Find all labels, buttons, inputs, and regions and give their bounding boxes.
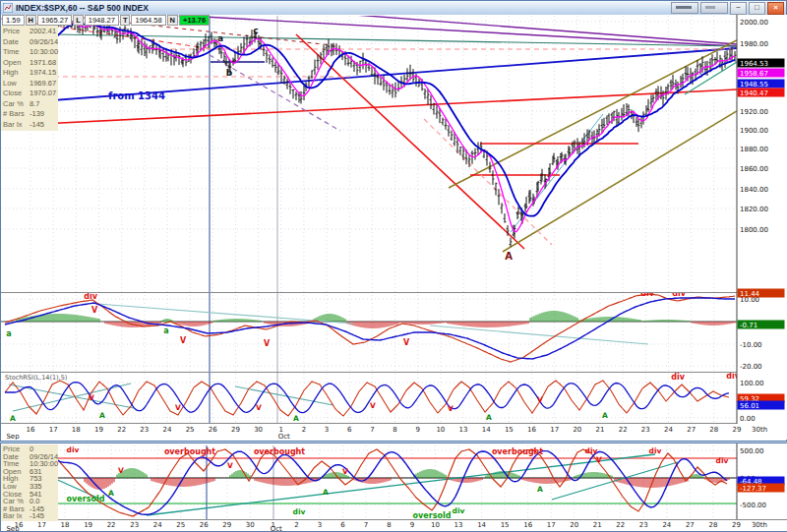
quote-field: H	[26, 15, 36, 26]
breadth-annotation: overbought	[492, 447, 543, 456]
date-label: 10	[431, 521, 440, 529]
date-label: 13	[459, 426, 468, 434]
axis-label: 0.00	[740, 415, 756, 423]
axis-tag-text: 1958.67	[740, 70, 768, 78]
price-annotation: b	[226, 68, 233, 78]
quote-field: 1964.58	[131, 15, 165, 26]
toolbar-button-2[interactable]	[700, 2, 728, 14]
quote-field: 1.59	[2, 15, 25, 26]
breadth-annotation: V	[227, 461, 233, 470]
stoch-annotation: V	[175, 403, 181, 412]
date-label: 30th	[752, 521, 767, 529]
data-panel-label: High	[3, 68, 30, 79]
axis-tag-text: -0.71	[740, 322, 757, 329]
macd-annotation: V	[403, 338, 410, 347]
date-label: 14	[477, 521, 486, 529]
date-label: 23	[641, 426, 650, 434]
breadth-annotation: div	[67, 445, 80, 454]
window-titlebar[interactable]: INDEX:$SPX,60 -- S&P 500 INDEX − □ ×	[1, 1, 786, 16]
date-label: 17	[37, 521, 46, 529]
date-label: 15	[505, 426, 514, 434]
window-icon	[3, 3, 13, 13]
data-panel-label: Time	[3, 47, 30, 58]
data-panel-main: Price2002.41Date09/26/14Time10:30:00Open…	[1, 26, 58, 131]
date-label: 27	[687, 426, 696, 434]
data-panel-label: Bar Ix	[3, 512, 30, 520]
data-panel-label: Low	[3, 79, 30, 89]
axis-tag-text: 11.44	[740, 290, 760, 298]
breadth-annotation: A	[537, 485, 543, 494]
quote-field: 1965.27	[37, 15, 72, 26]
data-panel-value: -145	[30, 120, 56, 131]
quote-field: 1948.27	[85, 15, 119, 26]
indicator-chart-canvas[interactable]: overboughtoverboughtoverboughtoversoldov…	[1, 443, 787, 531]
maximize-button[interactable]: □	[749, 2, 765, 15]
axis-label: -10.00	[740, 341, 762, 349]
date-label: 7	[370, 426, 374, 434]
stoch-annotation: V	[256, 403, 262, 412]
data-panel-value: 1969.67	[30, 79, 56, 89]
date-label: 28	[708, 521, 717, 529]
minimize-button[interactable]: −	[730, 2, 747, 15]
main-chart-canvas[interactable]: abcAfrom 1344divdivdivVVVVaaStochRSI(L,1…	[1, 15, 787, 440]
data-panel-row: # Bars-139	[3, 109, 56, 120]
date-label: 30	[254, 426, 263, 434]
date-label: 2	[294, 521, 298, 529]
date-label: 9	[410, 521, 414, 529]
date-label: 25	[186, 426, 195, 434]
date-label: 19	[94, 426, 103, 434]
price-annotation: from 1344	[108, 90, 165, 101]
axis-tag-text: 1948.55	[740, 81, 768, 89]
axis-label: 1840.00	[740, 186, 768, 194]
stoch-annotation: V	[537, 395, 543, 404]
toolbar-button-1[interactable]	[671, 2, 698, 14]
breadth-annotation: div	[293, 507, 306, 516]
quote-bar: 1.59H1965.27L1948.27T1964.58N+13.76	[2, 15, 210, 26]
date-label: 18	[72, 426, 81, 434]
window-title: INDEX:$SPX,60 -- S&P 500 INDEX	[16, 3, 671, 13]
data-panel-value: 09/26/14	[30, 37, 58, 48]
date-label: 29	[231, 426, 240, 434]
axis-label: 1800.00	[740, 226, 768, 234]
date-label: 23	[140, 426, 149, 434]
date-label: 8	[393, 426, 396, 434]
date-label: 22	[616, 521, 625, 529]
breadth-annotation: overbought	[254, 447, 305, 456]
data-panel-value: 10:30:00	[30, 47, 58, 58]
screen: INDEX:$SPX,60 -- S&P 500 INDEX − □ × abc…	[0, 0, 787, 532]
data-panel-label: Open	[3, 58, 30, 69]
axis-tag-text: 56.01	[740, 402, 759, 410]
data-panel-value: 2002.41	[30, 27, 56, 37]
stoch-annotation: A	[602, 411, 608, 420]
price-annotation: c	[253, 26, 258, 35]
stoch-annotation: A	[99, 411, 105, 420]
axis-label: -500.00	[740, 502, 766, 509]
date-label: 26	[209, 426, 217, 434]
data-panel-bottom: Price0Date09/26/14Time10:30:00Open631Hig…	[1, 444, 58, 521]
axis-label: 1860.00	[740, 165, 768, 173]
data-panel-row: Low1969.67	[3, 79, 56, 89]
date-label: 24	[162, 426, 171, 434]
close-button[interactable]: ×	[767, 2, 784, 15]
data-panel-row: Bar Ix-145	[3, 512, 56, 520]
date-label: 20	[570, 521, 578, 529]
date-label: 23	[130, 521, 139, 529]
data-panel-row: Price2002.41	[3, 27, 56, 37]
chart-background	[1, 443, 787, 531]
macd-annotation: div	[84, 292, 97, 301]
axis-tag-text: 1964.53	[740, 60, 768, 68]
data-panel-label: # Bars	[3, 109, 30, 120]
data-panel-row: Close1970.07	[3, 89, 56, 99]
data-panel-value: 1974.15	[30, 68, 56, 79]
date-label: 6	[347, 426, 352, 434]
month-label-sep: Sep	[6, 433, 20, 440]
breadth-annotation: V	[342, 467, 348, 476]
month-label-oct: Oct	[278, 433, 290, 440]
date-label: 16	[527, 426, 536, 434]
breadth-annotation: div	[453, 506, 465, 515]
breadth-annotation: oversold	[413, 511, 452, 520]
date-label: 29	[732, 521, 741, 529]
window-buttons: − □ ×	[671, 2, 784, 15]
stoch-annotation: A	[10, 414, 16, 423]
axis-label: 1880.00	[740, 146, 768, 153]
